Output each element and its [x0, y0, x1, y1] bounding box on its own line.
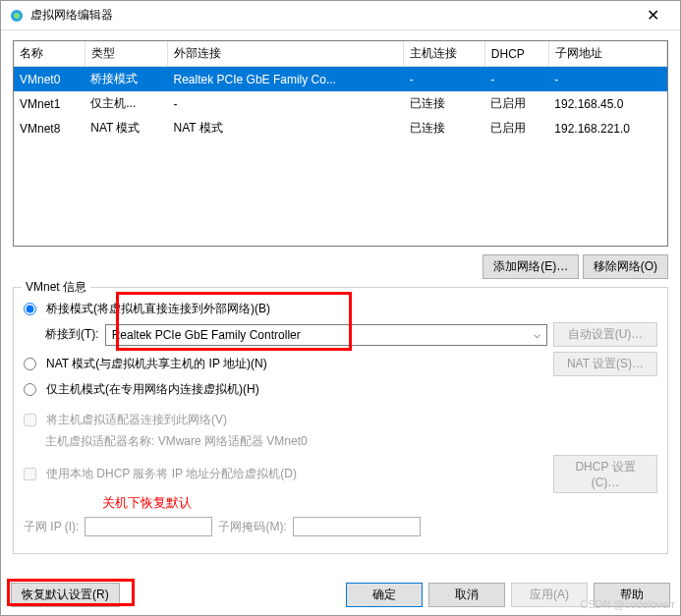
auto-settings-button: 自动设置(U)…	[553, 322, 657, 347]
table-row[interactable]: VMnet8NAT 模式NAT 模式已连接已启用192.168.221.0	[14, 116, 667, 140]
table-row[interactable]: VMnet0桥接模式Realtek PCIe GbE Family Co...-…	[14, 67, 667, 92]
table-header[interactable]: 主机连接	[404, 41, 485, 67]
subnet-ip-input	[85, 517, 212, 536]
host-adapter-name: 主机虚拟适配器名称: VMware 网络适配器 VMnet0	[45, 433, 308, 450]
table-cell: -	[168, 91, 404, 116]
table-header[interactable]: 类型	[85, 41, 167, 67]
subnet-mask-input	[293, 517, 421, 536]
use-dhcp-checkbox	[24, 468, 36, 480]
table-cell: NAT 模式	[85, 116, 167, 140]
network-table[interactable]: 名称类型外部连接主机连接DHCP子网地址 VMnet0桥接模式Realtek P…	[13, 40, 668, 247]
nat-mode-label: NAT 模式(与虚拟机共享主机的 IP 地址)(N)	[46, 356, 267, 372]
table-cell: VMnet1	[14, 91, 85, 116]
bridge-mode-label: 桥接模式(将虚拟机直接连接到外部网络)(B)	[46, 301, 270, 317]
table-cell: 已启用	[484, 91, 548, 116]
table-cell: 已连接	[404, 91, 485, 116]
close-icon[interactable]: ✕	[633, 6, 672, 25]
bridge-mode-radio[interactable]	[24, 303, 36, 315]
use-dhcp-label: 使用本地 DHCP 服务将 IP 地址分配给虚拟机(D)	[46, 466, 297, 482]
table-cell: -	[548, 67, 666, 92]
vmnet-info-group: VMnet 信息 桥接模式(将虚拟机直接连接到外部网络)(B) 桥接到(T): …	[13, 287, 668, 554]
table-header[interactable]: 名称	[14, 41, 85, 67]
red-annotation: 关机下恢复默认	[102, 495, 192, 510]
bridge-to-label: 桥接到(T):	[45, 326, 99, 343]
add-network-button[interactable]: 添加网络(E)…	[482, 254, 579, 279]
table-cell: 仅主机...	[85, 91, 167, 116]
table-cell: 桥接模式	[85, 67, 167, 92]
table-header[interactable]: DHCP	[484, 41, 548, 67]
table-cell: 已启用	[484, 116, 548, 140]
content-area: 名称类型外部连接主机连接DHCP子网地址 VMnet0桥接模式Realtek P…	[1, 30, 680, 575]
subnet-mask-label: 子网掩码(M):	[218, 519, 286, 535]
connect-host-label: 将主机虚拟适配器连接到此网络(V)	[46, 412, 227, 428]
table-cell: Realtek PCIe GbE Family Co...	[168, 67, 404, 92]
titlebar: 虚拟网络编辑器 ✕	[1, 1, 680, 30]
remove-network-button[interactable]: 移除网络(O)	[583, 254, 668, 279]
subnet-ip-label: 子网 IP (I):	[24, 519, 79, 535]
table-cell: -	[404, 67, 485, 92]
svg-point-1	[14, 13, 20, 19]
bridge-adapter-combo[interactable]: Realtek PCIe GbE Family Controller	[105, 324, 547, 346]
table-cell: 192.168.45.0	[548, 91, 666, 116]
table-header[interactable]: 子网地址	[548, 41, 666, 67]
table-header[interactable]: 外部连接	[168, 41, 404, 67]
group-legend: VMnet 信息	[22, 279, 90, 296]
hostonly-mode-label: 仅主机模式(在专用网络内连接虚拟机)(H)	[46, 381, 259, 398]
table-cell: -	[484, 67, 548, 92]
table-cell: NAT 模式	[168, 116, 404, 140]
cancel-button[interactable]: 取消	[428, 583, 505, 607]
app-icon	[9, 8, 25, 24]
dialog-footer: 恢复默认设置(R) 确定 取消 应用(A) 帮助	[1, 575, 680, 615]
ok-button[interactable]: 确定	[346, 583, 423, 607]
nat-mode-radio[interactable]	[24, 358, 36, 370]
table-cell: VMnet0	[14, 67, 85, 92]
apply-button: 应用(A)	[511, 583, 588, 607]
table-row[interactable]: VMnet1仅主机...-已连接已启用192.168.45.0	[14, 91, 667, 116]
table-cell: 已连接	[404, 116, 485, 140]
watermark: CSDN @codeloverr	[580, 598, 675, 610]
connect-host-checkbox	[24, 414, 36, 426]
table-cell: 192.168.221.0	[548, 116, 666, 140]
table-cell: VMnet8	[14, 116, 85, 140]
restore-defaults-button[interactable]: 恢复默认设置(R)	[11, 583, 120, 607]
dhcp-settings-button: DHCP 设置(C)…	[553, 455, 657, 493]
nat-settings-button: NAT 设置(S)…	[553, 352, 657, 376]
window-title: 虚拟网络编辑器	[30, 7, 633, 24]
hostonly-mode-radio[interactable]	[24, 383, 36, 396]
